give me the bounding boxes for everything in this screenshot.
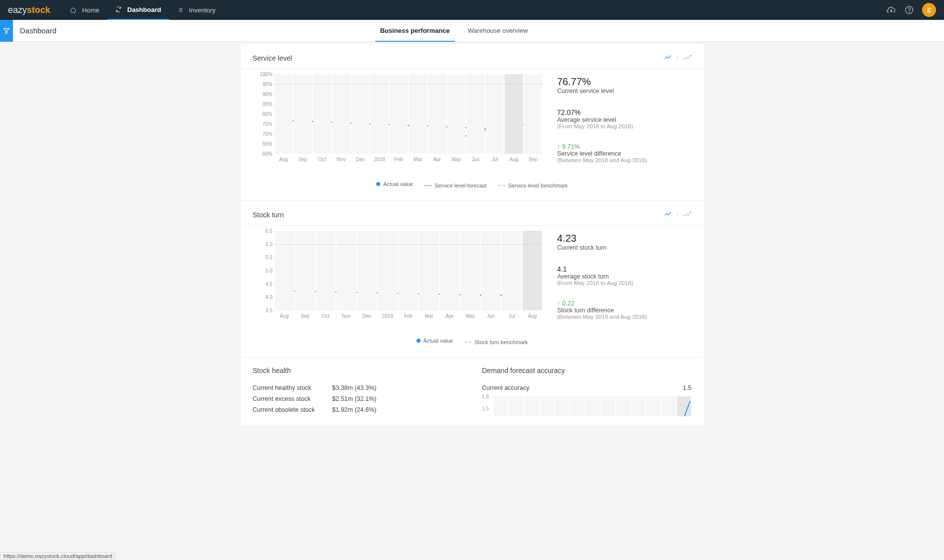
sl-avg-label: Average service level xyxy=(557,116,692,123)
nav-home-label: Home xyxy=(82,6,100,14)
chart-bar-bg xyxy=(523,231,542,310)
chart-bar-bg xyxy=(440,231,460,310)
x-tick: Sep xyxy=(301,313,310,319)
chart-bar-bg xyxy=(275,74,293,154)
kv-key: Current obsolete stock xyxy=(253,406,332,413)
nav-dashboard[interactable]: Dashboard xyxy=(107,0,169,20)
chart-bar-bg xyxy=(399,231,419,310)
forecast-accuracy-val: 1.5 xyxy=(683,384,691,391)
x-tick: Oct xyxy=(318,157,326,162)
benchmark-line xyxy=(275,244,542,245)
legend-forecast: Service level forecast xyxy=(434,183,487,188)
y-tick: 65% xyxy=(262,141,272,147)
stock-turn-legend: Actual value Stock turn benchmark xyxy=(253,334,692,352)
subheader: Dashboard Business performance Warehouse… xyxy=(0,20,944,42)
chart-bar-bg xyxy=(357,231,377,310)
st-avg-label: Average stock turn xyxy=(557,273,692,280)
tab-business[interactable]: Business performance xyxy=(371,20,459,42)
scatter-chart-icon[interactable] xyxy=(684,53,692,63)
x-tick: Nov xyxy=(337,157,346,162)
y-tick: 70% xyxy=(262,131,272,137)
scatter-chart-icon[interactable] xyxy=(684,210,692,219)
y-tick: 6.5 xyxy=(266,228,273,234)
sl-avg-value: 72.07% xyxy=(557,108,692,116)
x-tick: Feb xyxy=(404,313,413,319)
chart-bar-bg xyxy=(336,231,356,310)
service-level-chart: 100%95%90%85%80%75%70%65%60% AugSepOctNo… xyxy=(253,74,542,171)
stock-health-title: Stock health xyxy=(253,367,462,374)
bottom-row: Stock health Current healthy stock$3.38m… xyxy=(241,357,704,425)
x-tick: Dec xyxy=(356,157,365,162)
st-delta-value: 0.22 xyxy=(562,300,574,307)
svg-marker-9 xyxy=(4,28,9,33)
y-tick: 100% xyxy=(260,72,273,77)
chart-bar-bg xyxy=(570,396,585,416)
service-level-card: Service level / 100%95%90%85%80%75%70%65… xyxy=(241,44,704,200)
arrow-up-icon: ↑ xyxy=(557,143,560,150)
y-tick: 5.0 xyxy=(266,268,273,274)
page-title: Dashboard xyxy=(13,26,63,35)
y-tick: 75% xyxy=(262,121,272,127)
nav-inventory-label: Inventory xyxy=(189,6,215,14)
refresh-icon xyxy=(115,6,124,12)
chart-bar-bg xyxy=(378,231,398,310)
chart-bar-bg xyxy=(540,396,554,416)
avatar[interactable]: E xyxy=(922,3,936,17)
chart-bar-bg xyxy=(505,74,523,154)
y-tick: 60% xyxy=(262,151,272,157)
cloud-download-icon[interactable] xyxy=(882,1,900,19)
x-tick: 2018 xyxy=(382,313,393,319)
svg-point-13 xyxy=(684,215,685,216)
svg-point-8 xyxy=(909,11,910,12)
st-avg-range: (From May 2018 to Aug 2018) xyxy=(557,280,692,286)
line-chart-icon[interactable] xyxy=(664,210,672,219)
y-tick: 80% xyxy=(262,111,272,117)
chart-bar-bg xyxy=(428,74,446,154)
stock-turn-chart: 6.56.05.55.04.54.03.5 AugSepOctNovDec201… xyxy=(253,231,542,328)
chart-bar-bg xyxy=(466,74,485,154)
svg-point-11 xyxy=(687,58,688,59)
x-tick: Feb xyxy=(395,157,403,162)
stock-turn-stats: 4.23 Current stock turn 4.1 Average stoc… xyxy=(542,231,692,334)
x-tick: Sep xyxy=(298,157,307,162)
tab-warehouse[interactable]: Warehouse overview xyxy=(459,20,537,42)
kv-val: $1.92m (24.6%) xyxy=(332,406,377,413)
sl-avg-range: (From May 2018 to Aug 2018) xyxy=(557,123,692,129)
y-tick: 85% xyxy=(262,101,272,107)
y-tick: 4.5 xyxy=(266,281,273,286)
filter-button[interactable] xyxy=(0,20,13,42)
logo[interactable]: eazystock xyxy=(8,5,50,15)
legend-dash-grey-icon xyxy=(498,185,505,186)
chart-bar-bg xyxy=(351,74,370,154)
line-chart-icon[interactable] xyxy=(664,53,672,63)
chart-bar-bg xyxy=(524,396,539,416)
chart-bar-bg xyxy=(502,231,522,310)
nav-home[interactable]: Home xyxy=(62,0,107,20)
x-tick: Mar xyxy=(424,313,433,319)
chart-bar-bg xyxy=(555,396,569,416)
x-tick: Apr xyxy=(446,313,454,319)
kv-key: Current healthy stock xyxy=(253,384,332,391)
x-tick: May xyxy=(451,157,461,162)
stock-health-row: Current healthy stock$3.38m (43.3%) xyxy=(253,382,462,393)
help-icon[interactable] xyxy=(900,1,918,19)
y-tick: 4.0 xyxy=(266,294,273,300)
stock-health-row: Current excess stock$2.51m (32.1%) xyxy=(253,393,462,404)
y-tick: 90% xyxy=(262,92,272,97)
x-tick: Aug xyxy=(528,313,537,319)
y-tick: 1.6 xyxy=(482,394,489,399)
y-tick: 6.0 xyxy=(266,241,273,247)
legend-dot-icon xyxy=(376,182,380,186)
x-tick: Apr xyxy=(433,157,441,162)
nav-inventory[interactable]: Inventory xyxy=(169,0,223,20)
x-tick: Oct xyxy=(322,313,330,319)
chart-bar-bg xyxy=(294,74,312,154)
x-tick: Dec xyxy=(363,313,372,319)
chart-bar-bg xyxy=(447,74,466,154)
filter-icon xyxy=(3,27,10,34)
chart-bar-bg xyxy=(409,74,427,154)
tab-warehouse-label: Warehouse overview xyxy=(468,27,528,34)
x-tick: Aug xyxy=(280,313,289,319)
separator: / xyxy=(677,54,679,62)
x-tick: Aug xyxy=(510,157,519,162)
